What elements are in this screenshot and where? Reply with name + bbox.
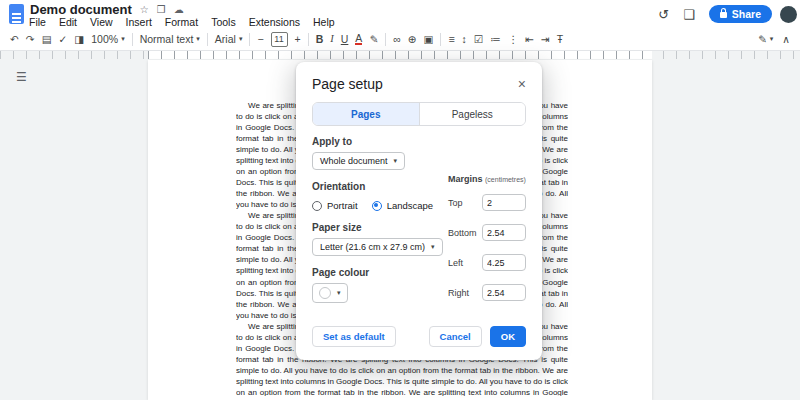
pencil-icon: ✎: [758, 34, 767, 45]
colour-swatch: [319, 287, 331, 299]
radio-portrait[interactable]: Portrait: [312, 200, 358, 211]
font-size-decrease-icon[interactable]: −: [257, 34, 263, 45]
page-colour-select[interactable]: ▾: [312, 283, 348, 303]
dialog-tabs: Pages Pageless: [312, 102, 526, 126]
zoom-value: 100%: [91, 33, 118, 45]
insert-link-icon[interactable]: ∞: [393, 34, 401, 45]
toolbar-separator: [132, 33, 133, 46]
menu-file[interactable]: File: [29, 16, 46, 28]
numbered-list-icon[interactable]: ⋮: [508, 34, 519, 45]
set-as-default-button[interactable]: Set as default: [312, 326, 396, 347]
menu-view[interactable]: View: [90, 16, 113, 28]
menu-format[interactable]: Format: [165, 16, 198, 28]
move-folder-icon[interactable]: ❒: [157, 5, 166, 15]
toolbar-separator: [385, 33, 386, 46]
menu-edit[interactable]: Edit: [59, 16, 77, 28]
chevron-down-icon: ▾: [770, 35, 774, 43]
toolbar-separator: [308, 33, 309, 46]
comments-icon[interactable]: ❑: [683, 7, 695, 22]
document-title[interactable]: Demo document: [30, 2, 132, 17]
insert-image-icon[interactable]: ▣: [424, 34, 434, 45]
paper-size-value: Letter (21.6 cm x 27.9 cm): [320, 242, 425, 252]
highlight-icon[interactable]: ✎: [369, 34, 378, 45]
radio-landscape-label: Landscape: [387, 200, 433, 211]
toolbar: ↶ ↷ ▤ ✓ ◨ 100% ▾ Normal text ▾ Arial ▾ −…: [0, 28, 800, 51]
toolbar-separator: [440, 33, 441, 46]
horizontal-ruler[interactable]: [0, 50, 800, 59]
print-icon[interactable]: ▤: [42, 34, 52, 45]
underline-icon[interactable]: U: [341, 34, 349, 45]
chevron-down-icon: ▾: [394, 157, 398, 165]
cancel-button[interactable]: Cancel: [429, 326, 482, 347]
undo-icon[interactable]: ↶: [10, 34, 19, 45]
paper-size-select[interactable]: Letter (21.6 cm x 27.9 cm) ▾: [312, 238, 443, 256]
margins-section: Margins (centimetres) TopBottomLeftRight: [448, 174, 526, 314]
margin-input-left[interactable]: [482, 254, 526, 271]
font-value: Arial: [215, 33, 236, 45]
chevron-down-icon: ▾: [337, 289, 341, 297]
radio-icon: [372, 201, 382, 211]
bold-icon[interactable]: B: [316, 34, 324, 45]
docs-logo-icon[interactable]: [9, 4, 24, 24]
star-icon[interactable]: ☆: [140, 5, 149, 15]
italic-icon[interactable]: I: [330, 34, 334, 45]
editing-mode-select[interactable]: ✎ ▾: [758, 34, 773, 45]
spellcheck-icon[interactable]: ✓: [59, 34, 68, 45]
chevron-down-icon: ▾: [196, 35, 200, 43]
margins-unit: (centimetres): [485, 176, 526, 183]
margin-row: Left: [448, 254, 526, 271]
app-header: Demo document ☆ ❒ ☁ FileEditViewInsertFo…: [0, 0, 800, 28]
close-icon[interactable]: ×: [518, 76, 526, 92]
increase-indent-icon[interactable]: ⇥: [541, 34, 550, 45]
radio-landscape[interactable]: Landscape: [372, 200, 433, 211]
margin-row: Bottom: [448, 224, 526, 241]
apply-to-label: Apply to: [312, 136, 526, 147]
align-icon[interactable]: ≡: [448, 34, 454, 45]
toolbar-separator: [249, 33, 250, 46]
redo-icon[interactable]: ↷: [26, 34, 35, 45]
margin-row: Right: [448, 284, 526, 301]
chevron-down-icon: ▾: [431, 243, 435, 251]
font-size-input[interactable]: 11: [271, 32, 288, 47]
toolbar-separator: [207, 33, 208, 46]
collapse-toolbar-icon[interactable]: ∧: [782, 34, 790, 45]
tab-pageless[interactable]: Pageless: [419, 103, 526, 125]
dialog-title: Page setup: [312, 76, 383, 92]
radio-icon: [312, 201, 322, 211]
decrease-indent-icon[interactable]: ⇤: [525, 34, 534, 45]
insert-comment-icon[interactable]: ⊕: [408, 34, 417, 45]
menu-insert[interactable]: Insert: [126, 16, 152, 28]
chevron-down-icon: ▾: [239, 35, 243, 43]
font-select[interactable]: Arial ▾: [215, 33, 243, 45]
margin-label-right: Right: [448, 288, 469, 298]
ruler-page-area[interactable]: [148, 50, 652, 59]
line-spacing-icon[interactable]: ↕: [462, 34, 467, 45]
apply-to-select[interactable]: Whole document ▾: [312, 152, 405, 170]
paragraph-style-select[interactable]: Normal text ▾: [140, 33, 200, 45]
paint-format-icon[interactable]: ◨: [74, 34, 84, 45]
menu-help[interactable]: Help: [313, 16, 335, 28]
cloud-status-icon: ☁: [174, 5, 184, 15]
menu-extensions[interactable]: Extensions: [249, 16, 300, 28]
share-button[interactable]: Share: [709, 5, 772, 23]
tab-pages[interactable]: Pages: [313, 103, 419, 125]
ok-button[interactable]: OK: [490, 326, 526, 347]
document-outline-icon[interactable]: ☰: [16, 70, 27, 84]
margin-input-bottom[interactable]: [482, 224, 526, 241]
margin-row: Top: [448, 194, 526, 211]
menu-tools[interactable]: Tools: [211, 16, 236, 28]
chevron-down-icon: ▾: [121, 35, 125, 43]
margin-input-right[interactable]: [482, 284, 526, 301]
margin-label-bottom: Bottom: [448, 228, 477, 238]
account-avatar[interactable]: [780, 6, 797, 23]
dialog-footer: Set as default Cancel OK: [312, 326, 526, 347]
bulleted-list-icon[interactable]: ≔: [490, 34, 501, 45]
checklist-icon[interactable]: ☑: [474, 34, 483, 45]
margin-input-top[interactable]: [482, 194, 526, 211]
zoom-select[interactable]: 100% ▾: [91, 33, 124, 45]
font-size-increase-icon[interactable]: +: [295, 34, 301, 45]
paragraph-style-value: Normal text: [140, 33, 194, 45]
text-color-icon[interactable]: A: [355, 33, 362, 46]
clear-formatting-icon[interactable]: Ŧ: [557, 34, 563, 45]
version-history-icon[interactable]: ↺: [658, 7, 669, 22]
